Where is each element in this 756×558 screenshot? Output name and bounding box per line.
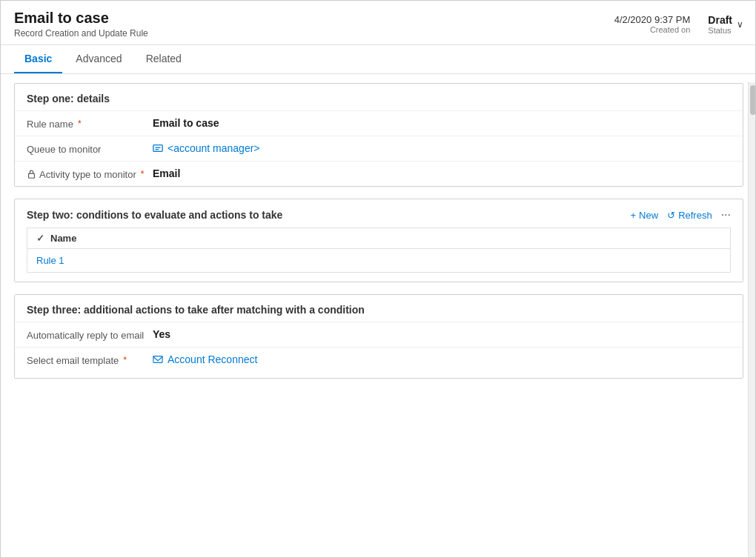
email-template-label: Select email template * [27, 353, 153, 366]
created-date: 4/2/2020 9:37 PM [614, 14, 691, 25]
rule-name-value: Email to case [153, 117, 731, 129]
header: Email to case Record Creation and Update… [1, 1, 756, 45]
step-two-actions: + New ↻ Refresh ··· [631, 208, 731, 222]
field-row-activity: Activity type to monitor * Email [15, 161, 743, 186]
column-header-name: Name [50, 233, 76, 244]
field-row-rule-name: Rule name * Email to case [15, 110, 743, 136]
header-left: Email to case Record Creation and Update… [14, 10, 148, 39]
activity-label: Activity type to monitor * [27, 167, 153, 180]
header-meta-date: 4/2/2020 9:37 PM Created on [614, 14, 691, 34]
refresh-button[interactable]: ↻ Refresh [667, 210, 712, 221]
step-two-section: Step two: conditions to evaluate and act… [14, 199, 743, 282]
table-row[interactable]: Rule 1 [27, 249, 730, 272]
tabs-bar: Basic Advanced Related [1, 45, 756, 74]
field-row-queue: Queue to monitor <account manager> [15, 136, 743, 161]
step-three-section: Step three: additional actions to take a… [14, 294, 743, 379]
page-title: Email to case [14, 10, 148, 27]
lock-icon [27, 169, 36, 179]
svg-rect-4 [153, 356, 162, 363]
new-button[interactable]: + New [631, 210, 659, 221]
queue-value[interactable]: <account manager> [153, 142, 731, 154]
email-template-value[interactable]: Account Reconnect [153, 353, 731, 365]
refresh-icon: ↻ [667, 210, 675, 221]
svg-rect-3 [29, 173, 35, 178]
created-label: Created on [614, 25, 691, 34]
step-two-header: Step two: conditions to evaluate and act… [15, 199, 743, 227]
field-row-auto-reply: Automatically reply to email Yes [15, 322, 743, 347]
app-wrapper: Email to case Record Creation and Update… [1, 1, 756, 558]
check-icon: ✓ [36, 233, 44, 244]
step-three-title: Step three: additional actions to take a… [15, 295, 743, 322]
step-one-title: Step one: details [15, 84, 743, 110]
rule-name-label: Rule name * [27, 117, 153, 130]
tab-advanced[interactable]: Advanced [65, 45, 132, 73]
email-template-icon [153, 354, 163, 365]
step-two-title: Step two: conditions to evaluate and act… [27, 209, 282, 221]
auto-reply-value: Yes [153, 328, 731, 340]
tab-related[interactable]: Related [136, 45, 192, 73]
status-area[interactable]: Draft Status ∨ [708, 14, 743, 35]
table-header: ✓ Name [27, 228, 730, 249]
activity-value: Email [153, 167, 731, 179]
required-star: * [78, 119, 82, 129]
svg-rect-0 [153, 145, 162, 152]
field-row-email-template: Select email template * Account Reconnec… [15, 347, 743, 372]
scrollbar-thumb[interactable] [750, 85, 756, 115]
auto-reply-label: Automatically reply to email [27, 328, 153, 341]
chevron-down-icon[interactable]: ∨ [737, 19, 743, 30]
step-one-section: Step one: details Rule name * Email to c… [14, 83, 743, 187]
main-content: Step one: details Rule name * Email to c… [1, 74, 756, 551]
tab-basic[interactable]: Basic [14, 45, 62, 73]
plus-icon: + [631, 210, 637, 221]
page-subtitle: Record Creation and Update Rule [14, 28, 148, 39]
status-value: Draft [708, 14, 732, 26]
rules-table: ✓ Name Rule 1 [27, 227, 731, 273]
required-star-template: * [123, 355, 127, 365]
required-star-activity: * [141, 169, 145, 179]
rule-name: Rule 1 [36, 255, 64, 266]
scrollbar[interactable] [748, 82, 756, 558]
more-options-button[interactable]: ··· [721, 208, 731, 222]
status-label: Status [708, 26, 732, 35]
queue-label: Queue to monitor [27, 142, 153, 155]
header-right: 4/2/2020 9:37 PM Created on Draft Status… [614, 14, 743, 35]
queue-icon [153, 143, 163, 153]
